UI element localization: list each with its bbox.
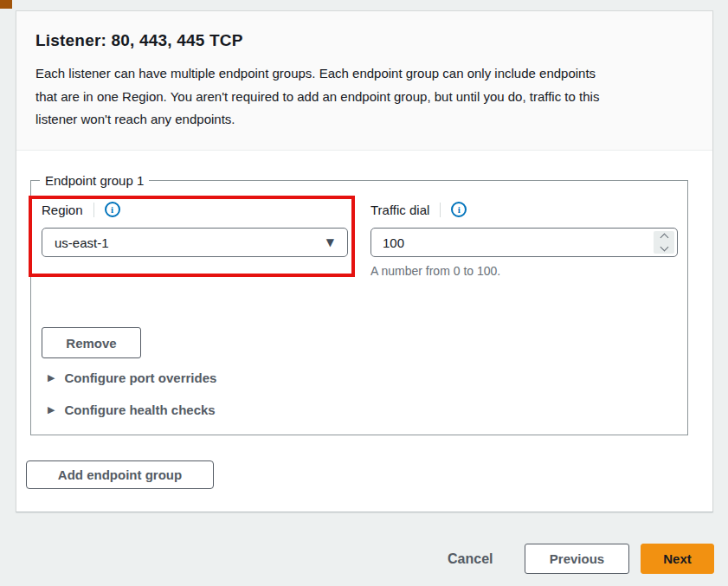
traffic-dial-field xyxy=(370,228,678,257)
endpoint-group-section: Endpoint group 1 Region i us-east-1 ▼ Tr… xyxy=(16,151,712,512)
page: { "header": { "title": "Listener: 80, 44… xyxy=(0,0,728,586)
region-select[interactable]: us-east-1 ▼ xyxy=(42,228,348,257)
cancel-link[interactable]: Cancel xyxy=(448,550,493,569)
region-info-icon[interactable]: i xyxy=(105,202,120,217)
traffic-dial-info-icon[interactable]: i xyxy=(451,202,467,217)
remove-button[interactable]: Remove xyxy=(42,327,141,358)
stepper-up-icon[interactable] xyxy=(660,234,668,242)
description-line: that are in one Region. You aren't requi… xyxy=(35,86,693,109)
traffic-dial-label-row: Traffic dial i xyxy=(370,201,467,218)
previous-button[interactable]: Previous xyxy=(525,544,629,574)
page-title: Listener: 80, 443, 445 TCP xyxy=(35,31,693,50)
region-select-value: us-east-1 xyxy=(55,235,109,250)
caret-down-icon: ▼ xyxy=(326,236,334,248)
expander-arrow-icon: ▶ xyxy=(48,405,55,415)
stepper-down-icon[interactable] xyxy=(660,243,668,252)
configure-port-overrides-expander[interactable]: ▶ Configure port overrides xyxy=(48,369,216,386)
traffic-dial-label: Traffic dial xyxy=(370,203,429,217)
endpoint-group-legend: Endpoint group 1 xyxy=(40,173,149,188)
expander-arrow-icon: ▶ xyxy=(48,373,55,383)
traffic-dial-input[interactable] xyxy=(370,228,678,257)
add-endpoint-group-button[interactable]: Add endpoint group xyxy=(26,460,214,489)
listener-header: Listener: 80, 443, 445 TCP Each listener… xyxy=(16,11,712,151)
wizard-card: Listener: 80, 443, 445 TCP Each listener… xyxy=(16,10,713,512)
expander-label: Configure port overrides xyxy=(64,370,216,385)
region-label: Region xyxy=(42,203,83,217)
corner-accent-fragment xyxy=(0,0,12,9)
region-label-row: Region i xyxy=(42,201,120,218)
traffic-dial-stepper[interactable] xyxy=(654,231,674,254)
endpoint-group-fieldset: Endpoint group 1 xyxy=(30,173,688,435)
description-line: listener won't reach any endpoints. xyxy=(35,108,693,132)
description-line: Each listener can have multiple endpoint… xyxy=(35,62,693,86)
label-divider xyxy=(440,203,441,217)
expander-label: Configure health checks xyxy=(64,402,215,417)
label-divider xyxy=(93,203,94,217)
next-button[interactable]: Next xyxy=(641,544,714,574)
configure-health-checks-expander[interactable]: ▶ Configure health checks xyxy=(48,401,216,418)
traffic-dial-helper-text: A number from 0 to 100. xyxy=(370,264,500,278)
listener-description: Each listener can have multiple endpoint… xyxy=(35,62,693,132)
